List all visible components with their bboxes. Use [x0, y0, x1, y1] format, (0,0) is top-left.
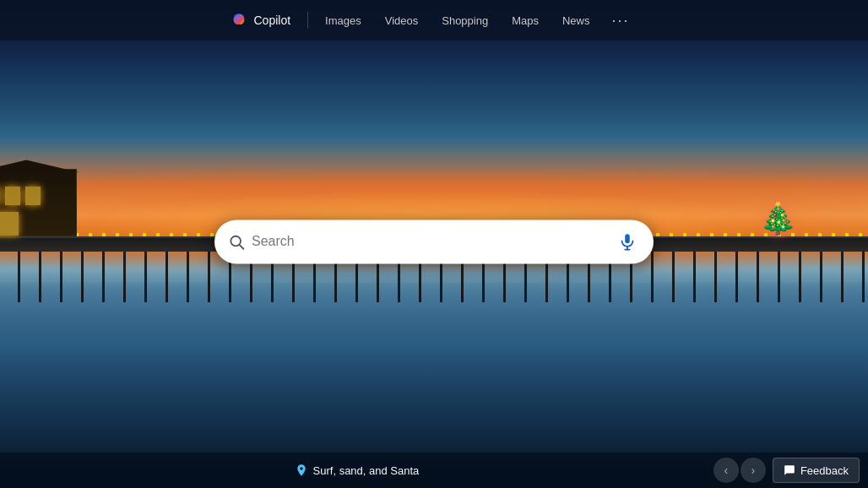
copilot-label: Copilot [253, 14, 290, 27]
pier [0, 66, 868, 302]
search-input[interactable] [252, 234, 615, 249]
nav-divider [307, 12, 308, 29]
search-icon-wrap [228, 233, 245, 250]
nav-images[interactable]: Images [315, 9, 372, 32]
feedback-label: Feedback [800, 464, 849, 477]
microphone-icon [618, 232, 637, 251]
microphone-button[interactable] [615, 229, 640, 254]
copilot-logo[interactable]: Copilot [230, 11, 290, 30]
nav-videos[interactable]: Videos [375, 9, 429, 32]
pier-building [0, 169, 77, 236]
svg-line-1 [240, 245, 244, 249]
building-window-3 [25, 187, 41, 205]
svg-rect-2 [625, 234, 630, 243]
navbar: Copilot Images Videos Shopping Maps News… [0, 0, 868, 41]
location-pin-icon [295, 464, 308, 477]
background-nav-arrows: ‹ › [713, 458, 766, 483]
nav-shopping[interactable]: Shopping [431, 9, 498, 32]
location-text: Surf, sand, and Santa [313, 464, 420, 477]
nav-news[interactable]: News [552, 9, 600, 32]
prev-background-button[interactable]: ‹ [713, 458, 739, 483]
feedback-icon [784, 464, 795, 476]
copilot-logo-icon [230, 11, 248, 30]
search-container [214, 220, 654, 263]
christmas-tree [759, 201, 797, 236]
bottom-bar: Surf, sand, and Santa ‹ › Feedback [0, 453, 868, 488]
nav-maps[interactable]: Maps [502, 9, 549, 32]
building-window-2 [5, 187, 20, 205]
next-background-button[interactable]: › [741, 458, 766, 483]
feedback-button[interactable]: Feedback [773, 458, 860, 483]
search-box [214, 220, 654, 263]
nav-more-button[interactable]: ··· [604, 8, 638, 33]
search-icon [228, 233, 245, 250]
building-roof [0, 160, 80, 172]
building-door [0, 212, 19, 236]
location-info: Surf, sand, and Santa [0, 464, 713, 477]
